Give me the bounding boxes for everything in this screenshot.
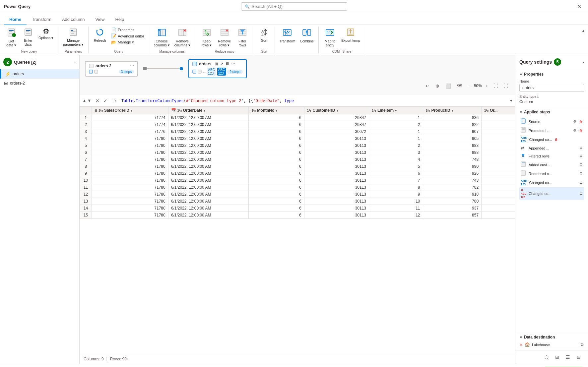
choose-columns-button[interactable]: Choosecolumns ▾ (152, 27, 172, 48)
orders-node-icon2[interactable]: ↗ (220, 62, 223, 66)
tab-view[interactable]: View (90, 14, 110, 25)
destination-gear-button[interactable]: ⚙ (580, 342, 584, 347)
step-reordered-gear[interactable]: ⚙ (579, 171, 583, 176)
content-area: orders-2 ⋯ 3 steps (80, 55, 515, 364)
fullscreen-button[interactable]: ⛶ (502, 82, 510, 90)
enter-data-button[interactable]: Enterdata (21, 27, 36, 48)
properties-button[interactable]: 📄 Properties (109, 27, 146, 33)
step-changed-co-3-gear[interactable]: ⚙ (579, 192, 583, 196)
diagram-node-orders-2[interactable]: orders-2 ⋯ 3 steps (85, 61, 138, 77)
search-box[interactable]: 🔍 (241, 2, 347, 11)
fit-button[interactable]: ⛶ (492, 82, 500, 90)
transform-button[interactable]: Transform (278, 27, 297, 44)
diagram-node-orders[interactable]: orders ⊞ ↗ 🖥 ⋯ ... ABC123 ABC123 9 steps (188, 59, 247, 78)
schema-view-button[interactable]: ⊞ (553, 353, 561, 361)
monthno-dropdown[interactable]: ▾ (276, 109, 277, 112)
step-changed-co-2[interactable]: ABC123 Changed co... ⚙ (519, 178, 584, 187)
step-source-del[interactable]: 🗑 (579, 120, 583, 124)
customerid-dropdown[interactable]: ▾ (337, 109, 338, 112)
filter-rows-button[interactable]: Filterrows (234, 27, 251, 48)
formula-collapse-down[interactable]: ▼ (87, 98, 92, 103)
map-to-entity-button[interactable]: CDM Map toentity (321, 27, 339, 48)
advanced-editor-button[interactable]: 📝 Advanced editor (109, 33, 146, 39)
col-header-or[interactable]: 1²₃ Or... (482, 107, 515, 114)
step-view-button[interactable]: ⬡ (543, 353, 551, 361)
map-button[interactable]: 🗺 (455, 82, 463, 90)
formula-cancel-button[interactable]: ✕ (94, 97, 101, 104)
add-step-button[interactable]: ⊕ (434, 82, 441, 90)
table-view-button[interactable]: ☰ (564, 353, 572, 361)
col-header-orderdate[interactable]: 📅 1²₃ OrderDate ▾ (168, 107, 249, 114)
col-header-monthno[interactable]: 1²₃ MonthNo ▾ (249, 107, 304, 114)
step-appended[interactable]: ⇄ Appended ... ⚙ (519, 144, 584, 152)
transform-icon (283, 28, 292, 38)
step-changed-co-1[interactable]: ABC123 Changed co... 🗑 (519, 135, 584, 144)
options-button[interactable]: ⚙ Options ▾ (36, 27, 55, 41)
status-bar: Columns: 9 | Rows: 99+ (80, 354, 515, 364)
ribbon-collapse-button[interactable]: ▲ (581, 29, 585, 33)
orders-node-icon1[interactable]: ⊞ (215, 62, 218, 66)
filter-rows-label: Filterrows (238, 39, 246, 47)
layout-button[interactable]: ⬜ (444, 82, 453, 90)
remove-columns-button[interactable]: Removecolumns ▾ (172, 27, 192, 48)
lineitem-dropdown[interactable]: ▾ (395, 109, 397, 112)
col-header-productid[interactable]: 1²₃ ProductID ▾ (423, 107, 482, 114)
sidebar-collapse-button[interactable]: ‹ (75, 60, 76, 65)
step-promoted-h[interactable]: Promoted h... ⚙ 🗑 (519, 126, 584, 135)
formula-confirm-button[interactable]: ✓ (102, 97, 109, 104)
table-cell: 30113 (304, 149, 369, 156)
salesorderid-dropdown[interactable]: ▾ (131, 109, 132, 112)
step-added-cust-gear[interactable]: ⚙ (579, 162, 583, 167)
manage-button[interactable]: 📂 Manage ▾ (109, 39, 146, 45)
export-temp-button[interactable]: Export temp (339, 27, 362, 44)
step-reordered-c[interactable]: Reordered c... ⚙ (519, 169, 584, 178)
step-changed-co-3[interactable]: ✕ABC123 Changed co... ⚙ (519, 187, 584, 200)
tab-transform[interactable]: Transform (27, 14, 57, 25)
manage-parameters-button[interactable]: Manageparameters ▾ (61, 27, 86, 48)
orders-2-node-menu[interactable]: ⋯ (130, 64, 134, 68)
sort-button[interactable]: AZ Sort (257, 27, 272, 44)
combine-button[interactable]: + Combine (298, 27, 316, 44)
formula-expand-button[interactable]: ▾ (510, 98, 512, 103)
step-source-gear[interactable]: ⚙ (573, 119, 576, 124)
refresh-button[interactable]: Refresh (91, 27, 108, 44)
zoom-out-button[interactable]: − (466, 82, 472, 90)
destination-close-button[interactable]: ✕ (519, 342, 523, 347)
formula-input[interactable]: Table.TransformColumnTypes(#"Changed col… (121, 98, 507, 103)
step-appended-gear[interactable]: ⚙ (579, 146, 583, 150)
right-panel-collapse-button[interactable]: › (582, 59, 584, 65)
data-grid-container[interactable]: ⊞ 1²₃ SalesOrderID ▾ 📅 1²₃ (80, 106, 515, 354)
step-filtered-rows[interactable]: Filtered rows ⚙ (519, 152, 584, 160)
step-added-cust[interactable]: Added cust... ⚙ (519, 160, 584, 169)
orders-node-icon3[interactable]: 🖥 (225, 62, 229, 66)
tab-add-column[interactable]: Add column (57, 14, 90, 25)
step-promoted-del[interactable]: 🗑 (579, 129, 583, 133)
undo-button[interactable]: ↩ (424, 82, 431, 90)
tab-home[interactable]: Home (4, 14, 27, 25)
productid-dropdown[interactable]: ▾ (452, 109, 453, 112)
remove-rows-button[interactable]: Removerows ▾ (216, 27, 233, 48)
orders-node-menu[interactable]: ⋯ (231, 62, 235, 66)
keep-rows-button[interactable]: Keeprows ▾ (198, 27, 215, 48)
sidebar-item-orders-2[interactable]: ⊞ orders-2 (0, 79, 79, 88)
get-data-button[interactable]: ↓ Getdata ▾ (3, 27, 20, 48)
orderdate-dropdown[interactable]: ▾ (204, 109, 205, 112)
layout-view-button[interactable]: ⊟ (575, 353, 583, 361)
zoom-in-button[interactable]: + (484, 82, 490, 90)
step-filtered-rows-gear[interactable]: ⚙ (579, 154, 583, 158)
formula-collapse-up[interactable]: ▲ (82, 98, 87, 103)
tab-help[interactable]: Help (110, 14, 129, 25)
step-changed-co-1-del[interactable]: 🗑 (555, 138, 558, 142)
col-header-customerid[interactable]: 1²₃ CustomerID ▾ (304, 107, 369, 114)
step-promoted-gear[interactable]: ⚙ (573, 128, 576, 133)
sidebar-item-orders[interactable]: ⚡ orders (0, 69, 79, 79)
name-prop-input[interactable] (519, 84, 584, 92)
table-cell: 8 (369, 184, 423, 191)
close-button[interactable]: ✕ (574, 2, 584, 11)
step-appended-icon: ⇄ (521, 146, 527, 151)
step-changed-co-2-gear[interactable]: ⚙ (579, 181, 583, 185)
col-header-lineitem[interactable]: 1²₃ LineItem ▾ (369, 107, 423, 114)
col-header-salesorderid[interactable]: ⊞ 1²₃ SalesOrderID ▾ (92, 107, 168, 114)
search-input[interactable] (252, 4, 338, 9)
step-source[interactable]: Source ⚙ 🗑 (519, 117, 584, 126)
